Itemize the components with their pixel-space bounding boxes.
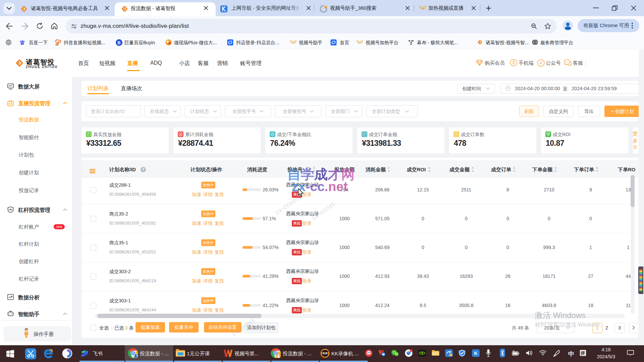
- svg-text:du: du: [21, 43, 23, 45]
- svg-text:?: ?: [142, 168, 145, 172]
- svg-text:拼: 拼: [580, 351, 585, 356]
- svg-text:B: B: [117, 40, 120, 45]
- svg-text:K: K: [474, 351, 478, 356]
